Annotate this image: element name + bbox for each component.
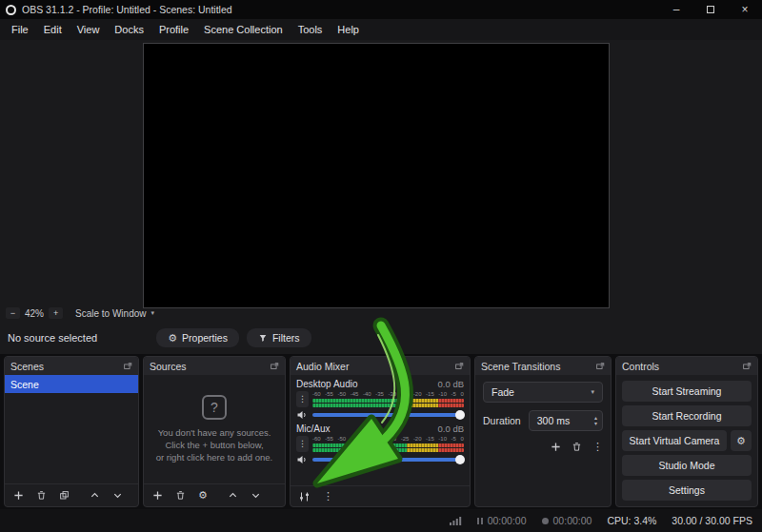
settings-button[interactable]: Settings xyxy=(622,480,752,501)
menubar: File Edit View Docks Profile Scene Colle… xyxy=(0,19,762,40)
menu-profile[interactable]: Profile xyxy=(151,21,196,38)
gear-icon: ⚙ xyxy=(168,333,177,344)
audio-mixer-menu-button[interactable]: ⋮ xyxy=(323,491,333,502)
controls-body: Start Streaming Start Recording Start Vi… xyxy=(616,375,757,506)
source-properties-icon[interactable]: ⚙ xyxy=(198,490,208,501)
sources-panel: Sources ? You don't have any sources. Cl… xyxy=(143,356,286,507)
studio-mode-button[interactable]: Studio Mode xyxy=(622,455,752,476)
zoom-out-button[interactable]: − xyxy=(6,307,20,319)
menu-edit[interactable]: Edit xyxy=(36,21,70,38)
recording-timer: 00:00:00 xyxy=(477,515,527,526)
transition-select[interactable]: Fade ▾ xyxy=(483,382,603,403)
spin-arrows[interactable]: ▴ ▾ xyxy=(594,415,599,426)
popout-icon[interactable] xyxy=(270,362,279,371)
statusbar: 00:00:00 00:00:00 CPU: 3.4% 30.00 / 30.0… xyxy=(0,509,762,532)
scene-transitions-body: Fade ▾ Duration 300 ms ▴ ▾ ⋮ xyxy=(475,375,611,506)
meter-bar-left xyxy=(312,443,464,447)
popout-icon[interactable] xyxy=(595,362,605,371)
slider-handle[interactable] xyxy=(455,455,465,464)
start-recording-button[interactable]: Start Recording xyxy=(622,405,752,426)
minimize-button[interactable]: – xyxy=(659,0,693,19)
sources-list[interactable]: ? You don't have any sources. Click the … xyxy=(144,375,285,483)
scene-transitions-panel-title: Scene Transitions xyxy=(481,361,560,372)
audio-mixer-panel-header[interactable]: Audio Mixer xyxy=(291,357,470,375)
remove-source-icon[interactable] xyxy=(175,490,186,501)
channel-menu-button[interactable]: ⋮ xyxy=(296,436,309,452)
fps-counter: 30.00 / 30.00 FPS xyxy=(672,515,752,526)
scenes-list: Scene xyxy=(5,375,138,483)
menu-tools[interactable]: Tools xyxy=(291,21,331,38)
scene-filters-icon[interactable] xyxy=(59,490,70,501)
volume-slider[interactable] xyxy=(312,410,464,420)
source-status-text: No source selected xyxy=(8,332,97,344)
meter-scale: -60-55-50-45-40-35-30-25-20-15-10-50 xyxy=(312,436,464,443)
move-scene-down-icon[interactable] xyxy=(112,490,123,501)
menu-view[interactable]: View xyxy=(70,21,108,38)
scenes-panel-header[interactable]: Scenes xyxy=(5,357,138,375)
scale-mode-dropdown[interactable]: Scale to Window ▾ xyxy=(75,308,154,319)
channel-level: 0.0 dB xyxy=(438,424,464,434)
volume-meter: -60-55-50-45-40-35-30-25-20-15-10-50 xyxy=(312,391,464,407)
volume-slider[interactable] xyxy=(312,455,464,464)
transition-actions: ⋮ xyxy=(483,442,603,452)
mixer-channel-mic-aux: Mic/Aux 0.0 dB ⋮ -60-55-50-45-40-35-30-2… xyxy=(296,423,464,465)
start-streaming-button[interactable]: Start Streaming xyxy=(622,381,752,402)
controls-panel-header[interactable]: Controls xyxy=(616,357,757,375)
popout-icon[interactable] xyxy=(742,362,752,371)
start-virtual-camera-button[interactable]: Start Virtual Camera xyxy=(622,430,727,451)
zoom-in-button[interactable]: + xyxy=(49,307,63,319)
chevron-down-icon: ▾ xyxy=(591,388,594,396)
scene-list-item[interactable]: Scene xyxy=(5,375,138,393)
preview-area: − 42% + Scale to Window ▾ xyxy=(0,40,762,322)
audio-mixer-body: Desktop Audio 0.0 dB ⋮ -60-55-50-45-40-3… xyxy=(291,375,470,485)
maximize-button[interactable] xyxy=(693,0,728,19)
menu-scene-collection[interactable]: Scene Collection xyxy=(196,21,291,38)
scene-transitions-panel-header[interactable]: Scene Transitions xyxy=(475,357,611,375)
add-transition-icon[interactable] xyxy=(551,442,561,452)
sources-empty-line: or right click here to add one. xyxy=(156,451,273,463)
controls-panel: Controls Start Streaming Start Recording… xyxy=(615,356,758,507)
meter-bar-right xyxy=(312,404,464,407)
scenes-panel: Scenes Scene xyxy=(4,356,139,507)
streaming-time: 00:00:00 xyxy=(553,515,592,526)
preview-canvas[interactable] xyxy=(143,43,610,308)
filters-button[interactable]: Filters xyxy=(247,328,311,347)
network-stats-icon xyxy=(449,515,462,526)
duration-spinbox[interactable]: 300 ms ▴ ▾ xyxy=(529,410,603,431)
remove-scene-icon[interactable] xyxy=(36,490,47,501)
remove-transition-icon[interactable] xyxy=(572,442,582,452)
meter-scale: -60-55-50-45-40-35-30-25-20-15-10-50 xyxy=(312,391,464,398)
close-button[interactable]: × xyxy=(728,0,762,19)
sources-empty-line: You don't have any sources. xyxy=(158,426,271,439)
menu-docks[interactable]: Docks xyxy=(107,21,151,38)
speaker-icon[interactable] xyxy=(296,409,308,421)
preview-zoom-bar: − 42% + Scale to Window ▾ xyxy=(6,307,154,319)
menu-help[interactable]: Help xyxy=(330,21,367,38)
advanced-audio-icon[interactable] xyxy=(298,491,311,502)
popout-icon[interactable] xyxy=(454,362,464,371)
audio-mixer-toolbar: ⋮ xyxy=(291,485,470,506)
stream-dot-icon xyxy=(542,518,549,524)
volume-meter: -60-55-50-45-40-35-30-25-20-15-10-50 xyxy=(312,436,464,452)
obs-logo-icon xyxy=(6,5,16,15)
duration-label: Duration xyxy=(483,415,521,426)
transition-menu-button[interactable]: ⋮ xyxy=(592,442,603,452)
sources-panel-header[interactable]: Sources xyxy=(144,357,285,375)
speaker-icon[interactable] xyxy=(296,454,308,465)
window-controls: – × xyxy=(659,0,762,19)
add-source-icon[interactable] xyxy=(152,490,163,501)
channel-menu-button[interactable]: ⋮ xyxy=(296,391,309,407)
mixer-channel-desktop-audio: Desktop Audio 0.0 dB ⋮ -60-55-50-45-40-3… xyxy=(296,378,464,421)
add-scene-icon[interactable] xyxy=(13,490,24,501)
popout-icon[interactable] xyxy=(123,362,132,371)
move-source-up-icon[interactable] xyxy=(228,490,238,501)
menu-file[interactable]: File xyxy=(4,21,36,38)
scenes-panel-title: Scenes xyxy=(10,361,44,372)
properties-button[interactable]: ⚙ Properties xyxy=(156,328,239,347)
move-scene-up-icon[interactable] xyxy=(90,490,100,501)
slider-handle[interactable] xyxy=(455,410,465,420)
spin-down-icon[interactable]: ▾ xyxy=(594,421,597,426)
move-source-down-icon[interactable] xyxy=(251,490,261,501)
meter-bar-left xyxy=(312,399,464,403)
virtual-camera-settings-button[interactable]: ⚙ xyxy=(731,430,752,451)
